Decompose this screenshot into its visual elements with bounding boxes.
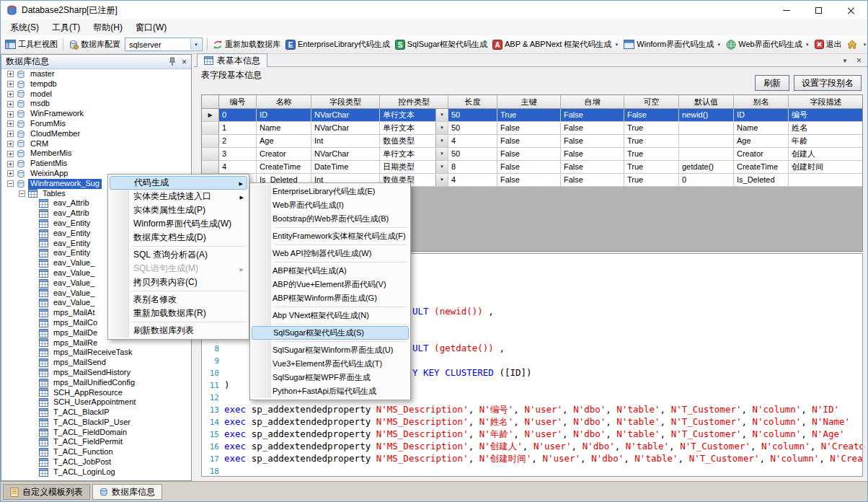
context-menu-item[interactable]: 实体类属性生成(P) (110, 203, 247, 217)
grid-cell[interactable]: Name (734, 122, 789, 135)
grid-cell-combo[interactable]: 单行文本▼ (380, 122, 448, 135)
grid-cell[interactable]: False (497, 135, 561, 148)
grid-cell[interactable]: DateTime (311, 161, 380, 174)
grid-cell[interactable]: Int (311, 135, 380, 148)
enterpriselibrary-codegen-button[interactable]: EEnterpriseLibrary代码生成 (283, 38, 392, 51)
grid-cell[interactable]: False (561, 161, 624, 174)
grid-cell[interactable]: True (497, 109, 561, 122)
grid-cell[interactable]: CreateTime (734, 161, 789, 174)
expand-icon[interactable]: + (7, 81, 14, 87)
tree-item-table[interactable]: T_ACL_LoginLog (1, 467, 191, 477)
grid-cell[interactable]: True (624, 174, 679, 187)
reload-database-button[interactable]: 重新加载数据库 (211, 38, 283, 51)
submenu-item[interactable]: Python+FastApi后端代码生成 (252, 384, 409, 398)
grid-cell[interactable]: getdate() (679, 161, 734, 174)
submenu-item[interactable]: ABP框架代码生成(A) (252, 264, 409, 278)
chevron-down-icon[interactable]: ▼ (435, 161, 448, 173)
grid-cell[interactable]: False (624, 109, 679, 122)
row-selector[interactable]: ▶ (202, 109, 219, 122)
grid-cell[interactable]: 4 (448, 174, 497, 187)
grid-cell[interactable]: Name (257, 122, 311, 135)
grid-cell[interactable]: 4 (448, 135, 497, 148)
column-header[interactable]: 名称 (257, 95, 311, 109)
grid-cell[interactable] (679, 122, 734, 135)
grid-cell[interactable]: 编号 (789, 109, 863, 122)
submenu-item[interactable]: Vue3+Element界面代码生成(T) (252, 357, 409, 371)
collapse-icon[interactable]: − (19, 190, 25, 197)
maximize-button[interactable] (802, 1, 835, 19)
expand-icon[interactable]: + (7, 170, 14, 177)
sqlsugar-codegen-button[interactable]: SSqlSugar框架代码生成 (393, 38, 490, 51)
grid-cell[interactable]: 50 (448, 122, 497, 135)
expand-icon[interactable]: + (7, 71, 14, 77)
toolbar-overflow-button[interactable]: ▼ (860, 41, 867, 48)
tab-database-info[interactable]: 数据库信息 (92, 484, 162, 500)
grid-cell[interactable]: True (624, 135, 679, 148)
tree-item-database[interactable]: +CRM (1, 139, 191, 149)
submenu-item[interactable]: ABP的Vue+Element界面代码(V) (252, 278, 409, 291)
winform-codegen-button[interactable]: Winform界面代码生成▼ (621, 38, 723, 51)
grid-cell[interactable]: False (561, 135, 624, 148)
submenu-item[interactable]: SqlSugar框架Winform界面生成(U) (252, 343, 409, 357)
row-selector[interactable] (202, 122, 219, 135)
refresh-button[interactable]: 刷新 (755, 75, 789, 91)
column-header[interactable]: 编号 (219, 95, 257, 109)
menubar-item[interactable]: 工具(T) (45, 19, 87, 36)
tab-custom-template-list[interactable]: 自定义模板列表 (3, 484, 90, 500)
expand-icon[interactable]: + (7, 101, 14, 107)
context-menu-item[interactable]: 实体类生成快速入口▶ (110, 190, 247, 203)
set-field-alias-button[interactable]: 设置字段别名 (794, 75, 862, 91)
submenu-item[interactable]: Web API控制器代码生成(W) (252, 247, 409, 260)
context-menu-item[interactable]: 重新加载数据库(R) (110, 307, 247, 320)
grid-cell[interactable]: 3 (219, 148, 257, 161)
grid-cell[interactable]: ID (734, 109, 789, 122)
tree-item-table[interactable]: SCH_UserAppointment (1, 397, 191, 408)
submenu-item[interactable]: EnterpriseLibrary代码生成(E) (252, 185, 409, 198)
chevron-down-icon[interactable]: ▼ (435, 122, 448, 134)
submenu-item[interactable]: ABP框架Winform界面生成(G) (252, 291, 409, 305)
tree-item-database[interactable]: +master (1, 69, 191, 79)
tree-item-database[interactable]: +CloudMember (1, 129, 191, 139)
tree-item-database[interactable]: +WinFramework (1, 109, 191, 119)
context-menu-item[interactable]: Winform界面代码生成(W) (110, 217, 247, 231)
grid-cell[interactable]: 8 (448, 161, 497, 174)
grid-cell[interactable] (679, 148, 734, 161)
grid-cell[interactable]: True (624, 148, 679, 161)
home-button[interactable] (845, 38, 859, 50)
column-header[interactable]: 默认值 (679, 95, 734, 109)
grid-cell[interactable]: NVarChar (311, 148, 380, 161)
chevron-down-icon[interactable]: ▼ (435, 148, 448, 160)
column-header[interactable]: 可空 (624, 95, 679, 109)
expand-icon[interactable]: + (7, 131, 14, 137)
context-menu-item[interactable]: 刷新数据库列表 (110, 324, 247, 338)
pin-icon[interactable] (169, 57, 176, 66)
tab-table-basic-info[interactable]: 表基本信息 (197, 53, 267, 67)
minimize-button[interactable] (770, 1, 802, 19)
grid-cell[interactable]: 50 (448, 109, 497, 122)
grid-cell[interactable]: 4 (219, 161, 257, 174)
context-menu-item[interactable]: 拷贝列表内容(C) (110, 276, 247, 289)
chevron-down-icon[interactable]: ▼ (190, 39, 201, 50)
grid-cell[interactable]: False (497, 174, 561, 187)
web-codegen-button[interactable]: Web界面代码生成▼ (724, 38, 811, 51)
database-type-combo[interactable]: sqlserver▼ (125, 38, 203, 51)
menubar-item[interactable]: 帮助(H) (87, 19, 129, 36)
column-header[interactable]: 字段描述 (789, 95, 863, 109)
grid-cell[interactable]: 1 (219, 122, 257, 135)
grid-cell[interactable]: Is_Deleted (734, 174, 789, 187)
expand-icon[interactable]: + (7, 111, 14, 118)
tree-item-table[interactable]: T_ACL_Function (1, 447, 191, 457)
expand-icon[interactable]: + (7, 91, 14, 97)
tree-item-table[interactable]: T_ACL_JobPost (1, 457, 191, 467)
grid-cell[interactable]: NVarChar (311, 122, 380, 135)
grid-cell[interactable] (789, 174, 863, 187)
tab-list-dropdown-icon[interactable]: ▼ (842, 58, 848, 64)
menubar-item[interactable]: 窗口(W) (129, 19, 173, 36)
grid-cell[interactable]: False (497, 161, 561, 174)
context-menu-item[interactable]: SQL语句生成(M)▶ (110, 262, 247, 276)
column-header[interactable]: 别名 (734, 95, 789, 109)
tree-item-table[interactable]: T_ACL_FieldPermit (1, 437, 191, 447)
submenu-item[interactable]: SqlSugar框架代码生成(S) (252, 326, 409, 340)
grid-cell[interactable]: False (561, 109, 624, 122)
column-header[interactable]: 控件类型 (380, 95, 448, 109)
